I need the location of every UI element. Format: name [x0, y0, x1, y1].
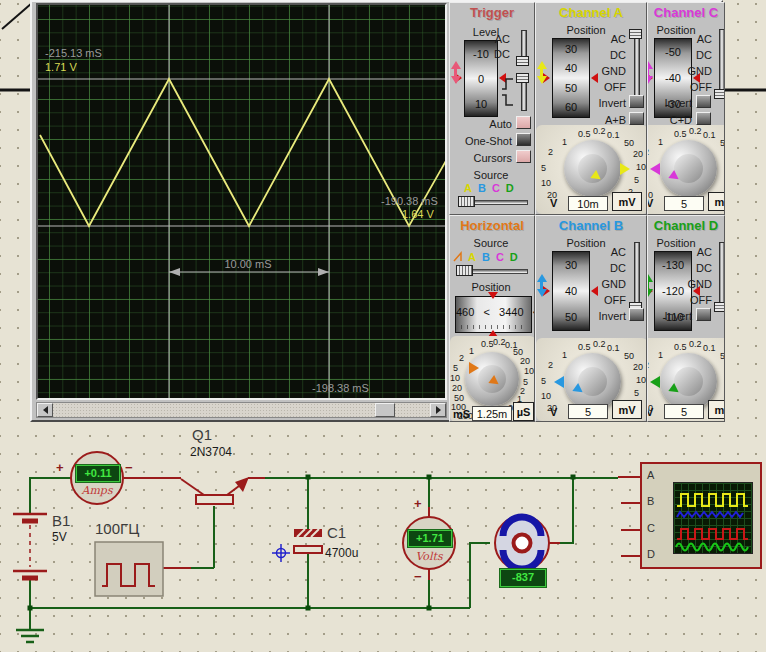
scale-value: DC: [610, 49, 626, 61]
scale-value: 0.1: [703, 130, 716, 140]
capacitor-symbol[interactable]: [294, 529, 322, 553]
mini-wave-b: [677, 512, 743, 517]
scale-value: 30: [565, 260, 577, 270]
scale-value: 0.1: [607, 130, 620, 140]
trigger-panel: Trigger Level -10010 AC DC Auto One-Shot…: [449, 2, 535, 215]
scale-value: 5: [541, 163, 546, 173]
one-shot-button[interactable]: [516, 133, 531, 146]
trigger-adjust-arrows-icon[interactable]: [450, 61, 461, 84]
terminal-a-label: A: [647, 469, 654, 481]
channel-d-adjust-arrows-icon[interactable]: [647, 274, 653, 297]
channel-b-value: 5: [568, 404, 608, 419]
scale-value: 10: [475, 99, 487, 109]
trigger-source-slider[interactable]: [458, 196, 528, 208]
channel-b-invert-button[interactable]: [629, 308, 644, 321]
encoder-symbol[interactable]: [495, 516, 549, 570]
scale-value: 0.5: [578, 129, 591, 139]
timebase-value: 1.25m: [472, 406, 512, 421]
channel-a-value: 10m: [568, 196, 608, 211]
horizontal-source-slider[interactable]: [456, 265, 528, 277]
channel-b-panel: Channel B Position 304050 ACDCGNDOFF Inv…: [535, 215, 647, 422]
channel-d-invert-label: Invert: [652, 310, 692, 322]
channel-c-adjust-arrows-icon[interactable]: [647, 61, 653, 84]
scale-value: 0.5: [481, 339, 494, 349]
auto-button[interactable]: [516, 116, 531, 129]
scale-value: 0.2: [689, 126, 702, 136]
scale-value: 10: [636, 375, 646, 385]
scale-value: B: [482, 251, 490, 263]
channel-a-panel: Channel A Position 30405060 ACDCGNDOFF I…: [535, 2, 647, 215]
scale-value: DC: [696, 262, 712, 274]
scrollbar-thumb[interactable]: [375, 403, 395, 417]
scale-value: GND: [602, 65, 626, 77]
scale-value: 5: [523, 377, 528, 387]
scope-display[interactable]: -215.13 mS 1.71 V -190.38 mS 1.64 V 10.0…: [36, 3, 447, 400]
trigger-edge-slider[interactable]: [516, 73, 529, 111]
battery-symbol[interactable]: [13, 514, 47, 578]
voltmeter-minus: −: [414, 569, 422, 584]
channel-d-invert-button[interactable]: [696, 308, 711, 321]
trigger-coupling-slider[interactable]: [516, 30, 529, 66]
cursors-button[interactable]: [516, 150, 531, 163]
scale-value: 0.2: [493, 337, 506, 347]
ammeter-unit: Amps: [75, 484, 119, 497]
channel-c-invert-button[interactable]: [696, 95, 711, 108]
proteus-workspace: Q1 2N3704 B1 5V 100ГЦ C1 4700u +0.11 Amp…: [0, 0, 766, 652]
scale-value: 2: [459, 353, 464, 363]
channel-a-sum-button[interactable]: [629, 112, 644, 125]
horizontal-source-letters: ABCD: [468, 251, 518, 263]
transistor-symbol[interactable]: [181, 477, 249, 504]
channel-c-coupling-slider[interactable]: [714, 29, 725, 99]
channel-b-coupling-slider[interactable]: [629, 242, 642, 312]
horizontal-title: Horizontal: [450, 217, 534, 234]
channel-d-coupling-labels: ACDCGNDOFF: [686, 246, 712, 306]
scale-value: B: [478, 182, 486, 194]
scale-value: 60: [565, 102, 577, 112]
channel-a-unit-right: mV: [612, 192, 642, 211]
scale-value: 50: [624, 138, 634, 148]
scale-value: 40: [565, 63, 577, 73]
measure-arrow-right: [318, 268, 329, 276]
timebase-pointer-icon: [469, 362, 479, 374]
one-shot-label: One-Shot: [450, 135, 512, 147]
oscilloscope-window: -215.13 mS 1.71 V -190.38 mS 1.64 V 10.0…: [30, 0, 723, 422]
channel-d-knob-area: 0.50.20.1 1251020 50201052 V 5 mV: [647, 338, 725, 421]
scroll-left-button[interactable]: [37, 403, 53, 417]
channel-d-panel: Channel D Position -130-120-110 ACDCGNDO…: [647, 215, 725, 422]
scale-value: AC: [611, 33, 626, 45]
generator-symbol[interactable]: [95, 542, 163, 596]
ammeter-readout: +0.11: [76, 465, 120, 482]
scale-value: 50: [565, 83, 577, 93]
scale-value: 2: [520, 386, 525, 396]
scale-value: 2: [647, 360, 649, 370]
scale-value: 0.5: [578, 342, 591, 352]
scroll-right-button[interactable]: [430, 403, 446, 417]
scale-value: 10: [524, 366, 534, 376]
channel-a-gain-knob[interactable]: [564, 140, 621, 197]
scale-value: 10: [450, 373, 460, 383]
scale-value: 50: [720, 351, 725, 361]
scale-value: OFF: [604, 294, 626, 306]
channel-a-coupling-slider[interactable]: [629, 29, 642, 99]
cursor1-time: -215.13 mS: [45, 47, 102, 59]
channel-d-coupling-slider[interactable]: [714, 242, 725, 312]
scale-value: 10: [541, 391, 551, 401]
cursor1-volts: 1.71 V: [45, 61, 77, 73]
ground-symbol[interactable]: [16, 630, 44, 642]
scale-value: 2: [548, 147, 553, 157]
channel-c-invert-label: Invert: [652, 97, 692, 109]
channel-a-adjust-arrows-icon[interactable]: [536, 61, 547, 84]
channel-c-sum-button[interactable]: [696, 112, 711, 125]
channel-c-value: 5: [664, 196, 704, 211]
channel-b-adjust-arrows-icon[interactable]: [536, 274, 547, 297]
channel-a-title: Channel A: [536, 4, 646, 21]
channel-c-gain-knob[interactable]: [660, 140, 717, 197]
channel-c-knob-area: 0.50.20.1 1251020 50201052 V 5 mV: [647, 125, 725, 214]
scale-value: 20: [520, 356, 530, 366]
channel-a-invert-button[interactable]: [629, 95, 644, 108]
scale-value: 0.2: [593, 126, 606, 136]
display-scrollbar[interactable]: [36, 402, 447, 418]
scale-value: 5: [634, 388, 639, 398]
battery-value: 5V: [52, 530, 67, 544]
horizontal-position-display[interactable]: 460 < 3440 <: [455, 296, 532, 333]
